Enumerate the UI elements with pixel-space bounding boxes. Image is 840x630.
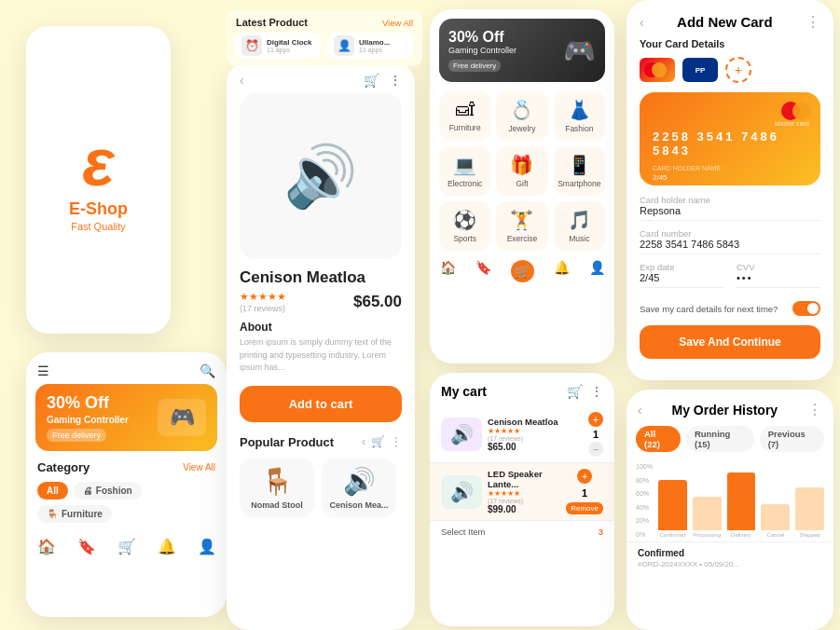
mc-yellow-circle xyxy=(652,62,667,77)
add-to-cart-button[interactable]: Add to cart xyxy=(240,386,402,422)
remove-button-2[interactable]: Remove xyxy=(566,502,603,514)
order-more-icon[interactable]: ⋮ xyxy=(807,401,822,418)
search-icon[interactable]: 🔍 xyxy=(200,363,215,378)
cat-item-jewelry[interactable]: 💍 Jewelry xyxy=(496,91,547,141)
header-icons: 🛒 ⋮ xyxy=(364,73,402,88)
save-toggle[interactable] xyxy=(792,301,820,316)
order-back-button[interactable]: ‹ xyxy=(638,403,642,418)
cart-item-2: 🔊 LED Speaker Lante... ★★★★★ (17 reviews… xyxy=(430,463,614,521)
mastercard-option[interactable] xyxy=(640,58,675,82)
cat-item-fashion[interactable]: 👗 Fashion xyxy=(554,91,605,141)
bar-confirmed: Confirmed xyxy=(658,480,687,538)
y-40: 40% xyxy=(636,504,653,511)
qty-increase-1[interactable]: + xyxy=(588,412,603,427)
product-rating-block: ★★★★★ (17 reviews) xyxy=(240,291,286,313)
card-number-value[interactable]: 2258 3541 7486 5843 xyxy=(640,239,820,254)
bar-confirmed-fill xyxy=(658,480,687,530)
gift-icon: 🎁 xyxy=(510,154,533,176)
more-options-icon[interactable]: ⋮ xyxy=(389,73,402,88)
card-back-button[interactable]: ‹ xyxy=(640,15,644,30)
latest-item-1-info: Digital Clock 11 apps xyxy=(267,38,311,53)
nav-cart-icon[interactable]: 🛒 xyxy=(117,538,136,555)
product-info: Cenison Meatloa ★★★★★ (17 reviews) $65.0… xyxy=(227,259,415,375)
popular-item-1[interactable]: 🪑 Nomad Stool xyxy=(240,459,314,517)
add-payment-button[interactable]: + xyxy=(725,57,751,83)
tab-all[interactable]: All (22) xyxy=(636,426,681,452)
paypal-option[interactable]: PP xyxy=(682,58,718,82)
home-screen: ☰ 🔍 30% Off Gaming Controller Free deliv… xyxy=(26,352,227,617)
master-card-text: Master card xyxy=(775,120,809,127)
cat-promo-free: Free delivery xyxy=(448,60,501,72)
hamburger-icon[interactable]: ☰ xyxy=(37,363,49,378)
cart-item-1-price: $65.00 xyxy=(488,442,583,452)
confirmed-section: Confirmed #ORD-2024XXXX • 05/09/20... xyxy=(627,541,833,568)
cat-promo-name: Gaming Controller xyxy=(448,46,516,55)
cat-nav-cart[interactable]: 🛒 xyxy=(511,260,534,282)
cat-nav-profile[interactable]: 👤 xyxy=(589,260,605,282)
popular-item-1-name: Nomad Stool xyxy=(247,500,307,510)
select-item-label: Select Item xyxy=(441,527,486,537)
cart-item-1-reviews: (17 reviews) xyxy=(488,435,583,442)
card-form-row: Exp date 2/45 CVV ••• xyxy=(640,262,820,295)
chip-furniture[interactable]: 🪑Furniture xyxy=(37,505,112,523)
tab-running[interactable]: Running (15) xyxy=(686,426,754,452)
card-more-icon[interactable]: ⋮ xyxy=(806,13,820,31)
cat-item-smartphone[interactable]: 📱 Smartphone xyxy=(554,146,605,196)
latest-item-1-name: Digital Clock xyxy=(267,38,311,47)
cat-nav-home[interactable]: 🏠 xyxy=(440,260,456,282)
cart-header-icons: 🛒 ⋮ xyxy=(567,384,603,399)
category-view-all[interactable]: View All xyxy=(183,462,215,472)
mastercard-logo xyxy=(644,62,670,77)
bottom-nav: 🏠 🔖 🛒 🔔 👤 xyxy=(26,530,227,561)
cart-icon[interactable]: 🛒 xyxy=(364,73,379,88)
payment-methods: PP + xyxy=(627,57,833,92)
bar-cancel: Cancel xyxy=(761,504,790,538)
cat-item-furniture[interactable]: 🛋 Furniture xyxy=(439,91,490,141)
cart-icon-header[interactable]: 🛒 xyxy=(567,384,583,399)
cart-screen: My cart 🛒 ⋮ 🔊 Cenison Meatloa ★★★★★ (17 … xyxy=(430,373,614,626)
nav-bookmark-icon[interactable]: 🔖 xyxy=(77,538,96,555)
brand-name: E-Shop xyxy=(69,199,128,219)
qty-decrease-1[interactable]: − xyxy=(588,442,603,457)
promo-discount: 30% Off xyxy=(47,393,129,413)
back-button[interactable]: ‹ xyxy=(240,73,244,88)
category-chips: All 🖨Foshion 🪑Furniture xyxy=(37,482,215,523)
bar-cancel-fill xyxy=(761,504,790,530)
bar-processing: Processing xyxy=(693,497,722,538)
cat-nav-bookmark[interactable]: 🔖 xyxy=(475,260,491,282)
holder-name-value[interactable]: Repsona xyxy=(640,205,820,221)
nav-profile-icon[interactable]: 👤 xyxy=(198,538,216,555)
promo-product-image: 🎮 xyxy=(158,399,206,436)
cart-item-2-info: LED Speaker Lante... ★★★★★ (17 reviews) … xyxy=(488,469,560,514)
cat-item-gift[interactable]: 🎁 Gift xyxy=(496,146,547,196)
chip-all[interactable]: All xyxy=(37,482,68,500)
popular-more-icon[interactable]: ⋮ xyxy=(391,435,402,448)
bar-shipped-fill xyxy=(795,487,824,530)
virtual-card-number: 2258 3541 7486 5843 xyxy=(653,130,807,158)
tab-previous[interactable]: Previous (7) xyxy=(760,426,824,452)
cart-more-icon[interactable]: ⋮ xyxy=(590,384,603,399)
latest-item-2[interactable]: 👤 Ullamo... 11 apps xyxy=(328,33,413,59)
nav-home-icon[interactable]: 🏠 xyxy=(37,538,56,555)
cat-label-smartphone: Smartphone xyxy=(558,179,600,188)
popular-cart-icon[interactable]: 🛒 xyxy=(371,435,385,448)
cat-item-electronic[interactable]: 💻 Electronic xyxy=(439,146,490,196)
popular-item-1-image: 🪑 xyxy=(247,466,307,497)
about-label: About xyxy=(240,321,402,334)
cat-nav-bell[interactable]: 🔔 xyxy=(554,260,570,282)
expiry-value[interactable]: 2/45 xyxy=(640,272,723,288)
nav-bell-icon[interactable]: 🔔 xyxy=(158,538,176,555)
popular-prev-icon[interactable]: ‹ xyxy=(362,435,365,448)
qty-increase-2[interactable]: + xyxy=(577,469,592,484)
latest-item-2-name: Ullamo... xyxy=(359,38,390,47)
cart-item-1-stars: ★★★★★ xyxy=(488,427,583,435)
latest-product-view-all[interactable]: View All xyxy=(382,18,413,28)
save-continue-button[interactable]: Save And Continue xyxy=(640,325,820,359)
popular-item-2[interactable]: 🔊 Cenison Mea... xyxy=(322,459,396,517)
cat-item-exercise[interactable]: 🏋 Exercise xyxy=(496,201,547,251)
cvv-value[interactable]: ••• xyxy=(737,272,820,288)
cat-item-sports[interactable]: ⚽ Sports xyxy=(439,201,490,251)
latest-item-1[interactable]: ⏰ Digital Clock 11 apps xyxy=(236,33,321,59)
chip-fashion[interactable]: 🖨Foshion xyxy=(74,482,142,500)
cat-item-music[interactable]: 🎵 Music xyxy=(554,201,605,251)
